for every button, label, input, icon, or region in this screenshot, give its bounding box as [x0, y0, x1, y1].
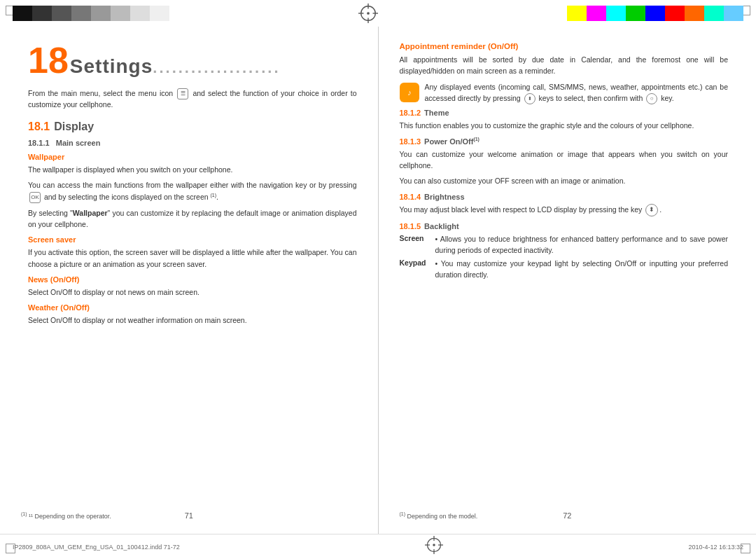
right-page: Appointment reminder (On/Off) All appoin…: [379, 27, 757, 534]
backlight-table: Screen • Allows you to reduce brightness…: [400, 234, 729, 281]
bottom-bar: IP2809_808A_UM_GEM_Eng_USA_01_100412.ind…: [0, 534, 756, 559]
color-swatch-c: [606, 6, 626, 21]
theme-p1: This function enables you to customize t…: [400, 120, 729, 131]
chapter-title: 18 Settings....................: [28, 42, 357, 78]
color-swatch-tc: [704, 6, 724, 21]
right-page-number: 72: [563, 511, 571, 520]
power-footnote-ref: (1): [473, 137, 479, 142]
wallpaper-p1: The wallpaper is displayed when you swit…: [28, 164, 357, 175]
section-18-1-4-number: 18.1.4: [400, 193, 421, 201]
section-18-1-title: Display: [54, 120, 94, 133]
section-18-1-2-number: 18.1.2: [400, 109, 421, 117]
backlight-screen-content: • Allows you to reduce brightness for en…: [435, 234, 729, 256]
section-18-1-number: 18.1: [28, 120, 50, 133]
section-18-1-3-header: 18.1.3 Power On/Off(1): [400, 137, 729, 146]
section-18-1-1-title: Main screen: [56, 139, 101, 147]
settings-text: Settings: [70, 55, 153, 77]
color-strip-right: [567, 6, 743, 21]
color-swatch-3: [52, 6, 71, 21]
section-18-1-2-header: 18.1.2 Theme: [400, 109, 729, 117]
news-heading: News (On/Off): [28, 275, 357, 284]
appt-heading: Appointment reminder (On/Off): [400, 42, 729, 50]
bottom-right-text: 2010-4-12 16:13:32: [688, 544, 743, 551]
menu-icon: ☰: [177, 88, 188, 99]
top-bar: [0, 0, 756, 27]
backlight-keypad-row: Keypad • You may customize your keypad l…: [400, 258, 729, 281]
crosshair-center: [358, 3, 379, 24]
svg-text:♪: ♪: [407, 88, 412, 97]
nav-up-down-icon: ⬍: [524, 93, 536, 104]
section-18-1-header: 18.1 Display: [28, 120, 357, 133]
section-18-1-3-number: 18.1.3: [400, 137, 421, 146]
backlight-screen-label: Screen: [400, 234, 431, 242]
power-p1: You can customize your welcome animation…: [400, 149, 729, 172]
bullet-dot-2: •: [435, 259, 438, 268]
appt-icon-text: Any displayed events (incoming call, SMS…: [425, 81, 729, 104]
color-swatch-4: [71, 6, 91, 21]
backlight-keypad-content: • You may customize your keypad light by…: [435, 258, 729, 281]
backlight-screen-row: Screen • Allows you to reduce brightness…: [400, 234, 729, 256]
color-swatch-2: [32, 6, 52, 21]
color-swatch-m: [587, 6, 606, 21]
news-p1: Select On/Off to display or not news on …: [28, 287, 357, 298]
section-18-1-5-number: 18.1.5: [400, 222, 421, 230]
backlight-keypad-label: Keypad: [400, 258, 431, 267]
color-strip-left: [13, 6, 169, 21]
brightness-p1: You may adjust black level with respect …: [400, 204, 729, 216]
color-swatch-5: [91, 6, 111, 21]
bottom-crosshair: [425, 536, 443, 558]
wallpaper-p2: You can access the main functions from t…: [28, 179, 357, 202]
left-footnote: (1) ¹¹ Depending on the operator.: [21, 511, 111, 520]
intro-text: From the main menu, select the menu icon…: [28, 88, 357, 111]
section-18-1-5-header: 18.1.5 Backlight: [400, 222, 729, 230]
section-18-1-1-number: 18.1.1: [28, 139, 50, 147]
color-swatch-6: [111, 6, 130, 21]
weather-heading: Weather (On/Off): [28, 303, 357, 312]
section-18-1-4-title: Brightness: [424, 193, 464, 201]
settings-dots: ....................: [153, 59, 280, 76]
footnote-text: (1) ¹¹ Depending on the operator.: [21, 513, 111, 520]
color-swatch-1: [13, 6, 32, 21]
brightness-key-icon: ⬍: [645, 204, 658, 216]
color-swatch-8: [150, 6, 169, 21]
weather-p1: Select On/Off to display or not weather …: [28, 315, 357, 326]
color-swatch-o: [685, 6, 704, 21]
section-18-1-1-header: 18.1.1 Main screen: [28, 139, 357, 147]
left-page-number: 71: [185, 511, 193, 520]
ok-icon: OK: [29, 192, 41, 203]
appt-icon-block: ♪ Any displayed events (incoming call, S…: [400, 81, 729, 104]
ok-confirm-icon: ○: [646, 93, 657, 104]
screen-saver-heading: Screen saver: [28, 235, 357, 244]
screen-saver-p1: If you activate this option, the screen …: [28, 247, 357, 270]
appt-icon: ♪: [400, 83, 419, 102]
appt-p1: All appointments will be sorted by due d…: [400, 54, 729, 77]
color-swatch-y: [567, 6, 587, 21]
section-18-1-5-title: Backlight: [424, 222, 459, 230]
section-18-1-3-title: Power On/Off(1): [424, 137, 479, 146]
section-18-1-2-title: Theme: [424, 109, 449, 117]
color-swatch-g: [626, 6, 645, 21]
wallpaper-heading: Wallpaper: [28, 153, 357, 161]
right-footnote: (1) Depending on the model.: [400, 511, 478, 520]
right-footnote-text: Depending on the model.: [407, 513, 478, 520]
section-18-1-4-header: 18.1.4 Brightness: [400, 193, 729, 201]
left-page: 18 Settings.................... From the…: [0, 27, 379, 534]
svg-point-5: [367, 12, 370, 15]
bullet-dot-1: •: [435, 235, 438, 243]
chapter-number: 18: [28, 42, 69, 78]
color-swatch-lb: [724, 6, 743, 21]
svg-point-13: [433, 544, 435, 546]
wallpaper-p3: By selecting "Wallpaper" you can customi…: [28, 207, 357, 230]
color-swatch-r: [665, 6, 685, 21]
bottom-left-text: IP2809_808A_UM_GEM_Eng_USA_01_100412.ind…: [13, 544, 180, 551]
color-swatch-b: [645, 6, 665, 21]
color-swatch-7: [130, 6, 150, 21]
chapter-name: Settings....................: [70, 55, 281, 78]
power-p2: You can also customize your OFF screen w…: [400, 175, 729, 186]
page-content: 18 Settings.................... From the…: [0, 27, 756, 534]
